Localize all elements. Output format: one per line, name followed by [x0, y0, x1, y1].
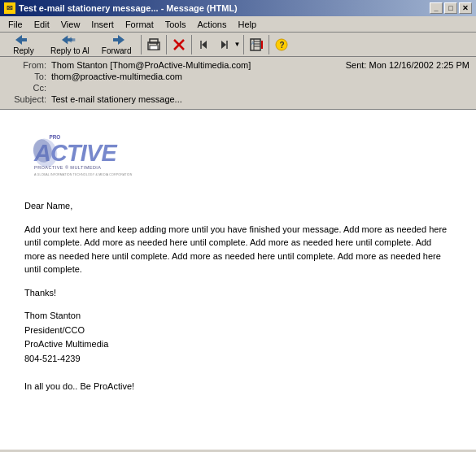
email-body-container: PRO ACTIVE PROACTIVE ® MULTIMEDIA A GLOB… — [0, 110, 476, 450]
menu-help[interactable]: Help — [233, 19, 261, 30]
svg-marker-3 — [113, 35, 124, 45]
toolbar-sep-4 — [243, 35, 244, 54]
header-subject-row: Subject: Test e-mail stationery message.… — [7, 94, 469, 104]
svg-text:PROACTIVE ® MULTIMEDIA: PROACTIVE ® MULTIMEDIA — [34, 165, 101, 170]
close-button[interactable]: ✕ — [459, 2, 472, 14]
next-button[interactable] — [215, 36, 233, 54]
sig-phone: 804-521-4239 — [24, 352, 452, 367]
reply-all-button[interactable]: Reply to Al — [45, 31, 95, 58]
svg-text:?: ? — [280, 41, 285, 50]
svg-marker-0 — [15, 35, 27, 45]
logo-area: PRO ACTIVE PROACTIVE ® MULTIMEDIA A GLOB… — [24, 126, 452, 183]
menu-actions[interactable]: Actions — [192, 19, 231, 30]
help-button[interactable]: ? — [273, 36, 290, 54]
svg-rect-6 — [150, 46, 158, 50]
menu-bar: File Edit View Insert Format Tools Actio… — [0, 16, 476, 33]
window-controls[interactable]: _ □ ✕ — [430, 2, 472, 14]
subject-label: Subject: — [7, 94, 51, 104]
header-cc-row: Cc: — [7, 83, 469, 93]
toolbar-sep-1 — [141, 35, 142, 54]
email-body: PRO ACTIVE PROACTIVE ® MULTIMEDIA A GLOB… — [0, 110, 476, 450]
forward-button[interactable]: Forward — [96, 31, 138, 58]
reply-button[interactable]: Reply — [3, 31, 44, 58]
svg-marker-2 — [67, 37, 75, 42]
menu-insert[interactable]: Insert — [86, 19, 119, 30]
reply-icon — [15, 33, 32, 46]
svg-text:PRO: PRO — [49, 134, 60, 140]
svg-rect-5 — [150, 39, 158, 43]
toolbar: Reply Reply to Al Forward — [0, 33, 476, 57]
from-value: Thom Stanton [Thom@ProActive-Multimedia.… — [51, 60, 346, 70]
header-to-row: To: thom@proactive-multimedia.com — [7, 72, 469, 81]
svg-text:A GLOBAL INFORMATION TECHNOLOG: A GLOBAL INFORMATION TECHNOLOGY & MEDIA … — [34, 173, 133, 176]
main-paragraph: Add your text here and keep adding more … — [24, 223, 452, 276]
cc-label: Cc: — [7, 83, 51, 93]
thanks: Thanks! — [24, 286, 452, 300]
signature: Thom Stanton President/CCO ProActive Mul… — [24, 309, 452, 366]
svg-point-7 — [156, 43, 158, 45]
reply-all-icon — [62, 33, 78, 46]
subject-value: Test e-mail stationery message... — [51, 94, 469, 104]
toolbar-sep-5 — [269, 35, 269, 54]
reply-label: Reply — [13, 46, 34, 55]
forward-icon — [108, 33, 124, 46]
addressbook-button[interactable]: A — [247, 36, 265, 54]
forward-label: Forward — [102, 46, 132, 55]
minimize-button[interactable]: _ — [430, 2, 443, 14]
svg-rect-20 — [261, 41, 263, 49]
menu-view[interactable]: View — [56, 19, 85, 30]
from-label: From: — [7, 60, 51, 70]
sig-company: ProActive Multimedia — [24, 337, 452, 352]
greeting: Dear Name, — [24, 199, 452, 213]
svg-marker-12 — [221, 41, 226, 49]
delete-button[interactable] — [170, 36, 188, 54]
menu-file[interactable]: File — [3, 19, 28, 30]
sent-label-value: Sent: Mon 12/16/2002 2:25 PM — [346, 60, 469, 70]
print-button[interactable] — [145, 36, 163, 54]
toolbar-sep-2 — [166, 35, 167, 54]
reply-all-label: Reply to Al — [50, 46, 90, 55]
company-logo: PRO ACTIVE PROACTIVE ® MULTIMEDIA A GLOB… — [24, 126, 155, 183]
sig-tagline: In all you do.. Be ProActive! — [24, 380, 452, 393]
title-bar: ✉ Test e-mail stationery message... - Me… — [0, 0, 476, 16]
maximize-button[interactable]: □ — [444, 2, 457, 14]
title-icon: ✉ — [4, 2, 15, 14]
to-value: thom@proactive-multimedia.com — [51, 72, 469, 81]
sig-title: President/CCO — [24, 324, 452, 338]
toolbar-sep-3 — [191, 35, 192, 54]
email-header: From: Thom Stanton [Thom@ProActive-Multi… — [0, 57, 476, 110]
menu-format[interactable]: Format — [120, 19, 159, 30]
window-title: Test e-mail stationery message... - Mess… — [19, 3, 238, 13]
menu-edit[interactable]: Edit — [29, 19, 55, 30]
prev-button[interactable] — [195, 36, 213, 54]
sent-label: Sent: — [346, 60, 367, 70]
nav-dropdown-arrow[interactable]: ▼ — [234, 41, 241, 48]
header-from-row: From: Thom Stanton [Thom@ProActive-Multi… — [7, 60, 469, 70]
sent-value: Mon 12/16/2002 2:25 PM — [369, 60, 469, 70]
to-label: To: — [7, 72, 51, 81]
menu-tools[interactable]: Tools — [160, 19, 191, 30]
svg-marker-10 — [202, 41, 207, 49]
sig-name: Thom Stanton — [24, 309, 452, 324]
